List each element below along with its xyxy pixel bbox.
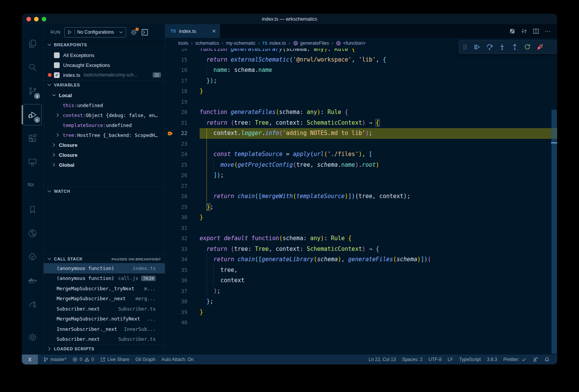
call-stack-frame[interactable]: InnerSubscriber._nextInnerSub... xyxy=(44,324,165,334)
code-line[interactable]: 17 }); xyxy=(165,76,557,86)
code-line[interactable]: 16 name: schema.name xyxy=(165,65,557,76)
activity-run-debug[interactable]: 1 xyxy=(22,103,43,127)
variables-scope-closure[interactable]: Closure xyxy=(44,150,165,160)
code-line[interactable]: 20function generateFiles(schema: any): R… xyxy=(165,107,557,118)
status-cursor-position[interactable]: Ln 22, Col 13 xyxy=(366,355,399,364)
gutter-glyph-margin[interactable] xyxy=(165,307,177,318)
activity-nx-console[interactable]: N≥ xyxy=(22,174,43,198)
call-stack-frame[interactable]: Subscriber.nextSubscriber.ts xyxy=(44,334,165,345)
breakpoint-checkbox[interactable] xyxy=(54,62,60,68)
code-line[interactable]: 37 ); xyxy=(165,286,557,297)
close-window-button[interactable] xyxy=(26,17,31,21)
activity-explorer[interactable] xyxy=(22,32,43,55)
status-auto-attach[interactable]: Auto Attach: On xyxy=(158,355,197,364)
gutter-glyph-margin[interactable] xyxy=(165,286,177,297)
call-stack-frame[interactable]: MergeMapSubscriber._nextmerg... xyxy=(44,294,165,304)
breadcrumb-item[interactable]: tools xyxy=(178,41,188,46)
start-debug-icon[interactable] xyxy=(67,29,72,35)
gutter-glyph-margin[interactable] xyxy=(165,170,177,181)
debug-continue-button[interactable] xyxy=(470,41,483,53)
debug-disconnect-button[interactable] xyxy=(533,41,546,53)
status-problems[interactable]: 00 xyxy=(69,355,97,364)
status-prettier[interactable]: Prettier: xyxy=(500,355,530,364)
activity-docker[interactable] xyxy=(22,269,43,293)
editor-scrollbar[interactable] xyxy=(551,38,557,355)
call-stack-frame[interactable]: (anonymous function)index.ts xyxy=(44,263,165,273)
code-line[interactable]: 35 tree, xyxy=(165,265,557,276)
maximize-window-button[interactable] xyxy=(42,17,46,21)
toolbar-drag-handle[interactable] xyxy=(462,44,468,50)
code-line[interactable]: 26 ]); xyxy=(165,170,557,181)
code-line[interactable]: 29 }; xyxy=(165,202,557,213)
code-line[interactable]: 36 context xyxy=(165,275,557,286)
variable-item[interactable]: tree: HostTree {_backend: ScopedH… xyxy=(44,130,165,140)
breakpoint-item[interactable]: ✓index.tstools/schematics/my-sch...22 xyxy=(44,70,165,80)
open-changes-icon[interactable] xyxy=(509,28,516,34)
gutter-glyph-margin[interactable] xyxy=(165,181,177,192)
watch-section-header[interactable]: WATCH xyxy=(44,187,165,195)
gutter-glyph-margin[interactable] xyxy=(165,97,177,107)
launch-configuration-dropdown[interactable]: No Configurations xyxy=(64,27,126,37)
gutter-glyph-margin[interactable] xyxy=(165,107,177,118)
gutter-glyph-margin[interactable] xyxy=(165,223,177,234)
gutter-glyph-margin[interactable] xyxy=(165,160,177,171)
breakpoint-item[interactable]: Uncaught Exceptions xyxy=(44,60,165,70)
status-git-graph[interactable]: Git Graph xyxy=(132,355,158,364)
breakpoints-section-header[interactable]: BREAKPOINTS xyxy=(44,40,165,49)
gutter-glyph-margin[interactable] xyxy=(165,191,177,202)
status-notifications[interactable] xyxy=(541,355,553,364)
code-line[interactable]: 39} xyxy=(165,307,557,318)
gutter-glyph-margin[interactable] xyxy=(165,139,177,150)
loaded-scripts-section-header[interactable]: LOADED SCRIPTS xyxy=(44,344,165,353)
gutter-glyph-margin[interactable] xyxy=(165,233,177,244)
breakpoint-item[interactable]: All Exceptions xyxy=(44,50,165,60)
code-line[interactable]: 34 return chain([generateLibrary(schema)… xyxy=(165,254,557,265)
code-line[interactable]: 21 return (tree: Tree, context: Schemati… xyxy=(165,118,557,128)
split-editor-icon[interactable] xyxy=(533,28,539,34)
breadcrumb-item[interactable]: my-schematic xyxy=(226,41,255,46)
status-feedback[interactable] xyxy=(530,355,541,364)
status-encoding[interactable]: UTF-8 xyxy=(426,355,445,364)
call-stack-frame[interactable]: MergeMapSubscriber.notifyNext... xyxy=(44,314,165,324)
code-line[interactable]: 32export default function(schema: any): … xyxy=(165,233,557,244)
status-ts-version[interactable]: 3.8.3 xyxy=(484,355,500,364)
activity-git-graph-view[interactable] xyxy=(22,221,43,245)
variable-item[interactable]: this: undefined xyxy=(44,100,165,110)
code-line[interactable]: 18} xyxy=(165,86,557,97)
code-line[interactable]: 40 xyxy=(165,317,557,328)
activity-bookmarks[interactable] xyxy=(22,198,43,221)
status-indentation[interactable]: Spaces: 2 xyxy=(399,355,425,364)
variables-scope-closure[interactable]: Closure xyxy=(44,140,165,150)
status-eol[interactable]: LF xyxy=(445,355,456,364)
activity-extensions[interactable] xyxy=(22,127,43,150)
code-line[interactable]: 27 xyxy=(165,181,557,192)
variables-section-header[interactable]: VARIABLES xyxy=(44,80,165,89)
variable-item[interactable]: context: Object {debug: false, en… xyxy=(44,110,165,120)
activity-live-share-view[interactable] xyxy=(22,293,43,316)
activity-settings[interactable] xyxy=(22,325,43,349)
breadcrumb-item[interactable]: schematics xyxy=(195,41,219,46)
code-line[interactable]: 25 move(getProjectConfig(tree, schema.na… xyxy=(165,160,557,171)
code-area[interactable]: 14function generateLibrary(schema: any):… xyxy=(165,38,557,355)
configure-gear-button[interactable] xyxy=(130,29,137,36)
gutter-glyph-margin[interactable] xyxy=(165,296,177,307)
code-line[interactable]: 31 xyxy=(165,223,557,234)
code-line[interactable]: 38 }; xyxy=(165,296,557,307)
variable-item[interactable]: templateSource: undefined xyxy=(44,120,165,130)
activity-source-control[interactable]: 3 xyxy=(22,79,43,103)
code-line[interactable]: 23 xyxy=(165,139,557,150)
gutter-glyph-margin[interactable] xyxy=(165,128,177,139)
breakpoint-checkbox[interactable] xyxy=(54,52,60,58)
breadcrumb-item[interactable]: TSindex.ts xyxy=(262,41,286,46)
gutter-glyph-margin[interactable] xyxy=(165,118,177,128)
debug-console-button[interactable] xyxy=(141,29,148,36)
status-language[interactable]: TypeScript xyxy=(456,355,484,364)
breadcrumb-item[interactable]: generateFiles xyxy=(293,41,329,46)
call-stack-section-header[interactable]: CALL STACK PAUSED ON BREAKPOINT xyxy=(44,254,165,263)
activity-search[interactable] xyxy=(22,55,43,79)
gutter-glyph-margin[interactable] xyxy=(165,76,177,86)
more-actions-icon[interactable]: ⋯ xyxy=(545,28,551,34)
gutter-glyph-margin[interactable] xyxy=(165,202,177,213)
status-git-branch[interactable]: master* xyxy=(40,355,69,364)
gutter-glyph-margin[interactable] xyxy=(165,55,177,65)
